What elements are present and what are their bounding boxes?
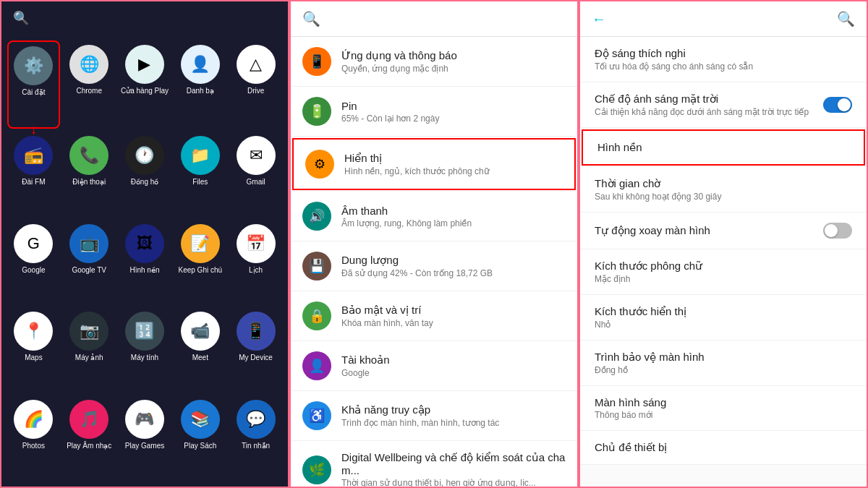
app-item-dien-thoai[interactable]: 📞Điện thoại (63, 132, 116, 217)
settings-subtitle-pin: 65% - Còn lại hơn 2 ngày (341, 114, 566, 124)
display-item-do-sang[interactable]: Độ sáng thích nghiTối ưu hóa độ sáng cho… (580, 37, 867, 82)
app-item-tin-nhan[interactable]: 💬Tin nhắn (229, 395, 282, 481)
app-item-hinh-nen[interactable]: 🖼Hình nền (119, 220, 171, 305)
app-item-dai-fm[interactable]: 📻Đài FM (7, 132, 60, 217)
app-item-play-games[interactable]: 🎮Play Games (119, 395, 171, 481)
app-item-lich[interactable]: 📅Lịch (229, 220, 282, 305)
app-label-dai-fm: Đài FM (22, 178, 45, 187)
settings-item-hien-thi[interactable]: ⚙Hiển thịHình nền, ngủ, kích thước phông… (292, 138, 576, 190)
app-label-drive: Drive (247, 87, 264, 95)
display-item-man-hinh-sang[interactable]: Màn hình sángThông báo mới (580, 386, 867, 431)
toggle-tu-dong-xoay[interactable] (823, 223, 852, 239)
app-label-danh-ba: Danh bạ (187, 87, 214, 95)
app-label-chplay: Cửa hàng Play (121, 87, 169, 95)
app-label-tin-nhan: Tin nhắn (242, 442, 270, 450)
app-item-google-tv[interactable]: 📺Google TV (63, 220, 116, 305)
app-item-gmail[interactable]: ✉Gmail (229, 132, 282, 217)
settings-title-dung-luong: Dung lượng (341, 254, 566, 267)
app-item-maps[interactable]: 📍Maps (7, 307, 60, 393)
settings-list: 📱Ứng dụng và thông báoQuyền, ứng dụng mặ… (291, 37, 577, 487)
app-icon-dong-ho: 🕐 (125, 136, 164, 175)
app-icon-keep: 📝 (181, 224, 220, 263)
settings-item-digital[interactable]: 🌿Digital Wellbeing và chế độ kiểm soát c… (291, 441, 577, 487)
display-title-che-do-sang: Chế độ ánh sáng mặt trời (595, 93, 823, 106)
app-label-photos: Photos (22, 442, 45, 450)
display-subtitle-man-hinh-sang: Thông báo mới (595, 410, 852, 420)
app-item-chplay[interactable]: ▶Cửa hàng Play (119, 40, 171, 129)
display-subtitle-che-do-sang: Cải thiện khả năng đọc dưới ánh sáng mặt… (595, 107, 823, 117)
app-label-gmail: Gmail (247, 178, 265, 187)
settings-item-dung-luong[interactable]: 💾Dung lượngĐã sử dụng 42% - Còn trống 18… (291, 241, 577, 291)
app-item-google[interactable]: GGoogle (7, 220, 60, 305)
app-item-caidat[interactable]: ⚙️Cài đặt↓ (7, 40, 60, 129)
app-icon-play-sach: 📚 (181, 400, 220, 439)
app-label-maps: Maps (25, 354, 42, 362)
display-item-kich-thuoc-font[interactable]: Kích thước phông chữMặc định (580, 249, 867, 295)
display-search-icon[interactable]: 🔍 (837, 10, 855, 27)
app-item-danh-ba[interactable]: 👤Danh bạ (174, 40, 226, 129)
settings-item-tai-khoan[interactable]: 👤Tài khoảnGoogle (291, 341, 577, 391)
settings-title-bao-mat: Bảo mật và vị trí (341, 304, 566, 317)
app-item-my-device[interactable]: 📱My Device (229, 307, 282, 393)
app-item-drive[interactable]: △Drive (229, 40, 282, 129)
display-text-kich-thuoc-hien-thi: Kích thước hiển thịNhỏ (595, 305, 852, 330)
app-item-may-anh[interactable]: 📷Máy ảnh (63, 307, 116, 393)
app-item-play-sach[interactable]: 📚Play Sách (174, 395, 226, 481)
settings-text-ung-dung: Ứng dụng và thông báoQuyền, ứng dụng mặc… (341, 49, 566, 74)
display-item-hinh-nen[interactable]: Hình nền← (582, 129, 865, 166)
app-label-meet: Meet (192, 354, 208, 362)
display-text-thoi-gian-cho: Thời gian chờSau khi không hoạt động 30 … (595, 177, 852, 202)
app-item-chrome[interactable]: 🌐Chrome (63, 40, 116, 129)
display-subtitle-trinh-bao-ve: Đồng hồ (595, 365, 852, 375)
settings-panel: 🔍 📱Ứng dụng và thông báoQuyền, ứng dụng … (289, 0, 579, 488)
display-panel: ← 🔍 Độ sáng thích nghiTối ưu hóa độ sáng… (579, 0, 868, 488)
app-icon-tin-nhan: 💬 (237, 400, 276, 439)
settings-item-kha-nang[interactable]: ♿Khả năng truy cậpTrình đọc màn hình, mà… (291, 391, 577, 441)
display-title-kich-thuoc-hien-thi: Kích thước hiển thị (595, 305, 852, 318)
app-item-meet[interactable]: 📹Meet (174, 307, 226, 393)
toggle-che-do-sang[interactable] (823, 97, 852, 113)
display-text-kich-thuoc-font: Kích thước phông chữMặc định (595, 260, 852, 284)
display-title-thoi-gian-cho: Thời gian chờ (595, 177, 852, 190)
app-label-play-sach: Play Sách (184, 442, 216, 450)
app-icon-hinh-nen: 🖼 (125, 224, 164, 263)
display-text-chu-de: Chủ đề thiết bị (595, 441, 852, 454)
display-item-chu-de[interactable]: Chủ đề thiết bị (580, 431, 867, 465)
app-icon-play-games: 🎮 (125, 400, 164, 439)
app-search-bar[interactable]: 🔍 (1, 1, 288, 35)
display-item-che-do-sang[interactable]: Chế độ ánh sáng mặt trờiCải thiện khả nă… (580, 82, 867, 128)
app-label-may-tinh: Máy tính (131, 354, 158, 362)
settings-item-am-thanh[interactable]: 🔊Âm thanhÂm lượng, rung, Không làm phiền (291, 192, 577, 241)
settings-item-pin[interactable]: 🔋Pin65% - Còn lại hơn 2 ngày (291, 87, 577, 137)
settings-item-bao-mat[interactable]: 🔒Bảo mật và vị tríKhóa màn hình, vân tay (291, 291, 577, 341)
display-item-trinh-bao-ve[interactable]: Trình bảo vệ màn hìnhĐồng hồ (580, 341, 867, 386)
display-text-trinh-bao-ve: Trình bảo vệ màn hìnhĐồng hồ (595, 351, 852, 375)
settings-subtitle-kha-nang: Trình đọc màn hình, màn hình, tương tác (341, 418, 566, 428)
back-button[interactable]: ← (592, 11, 606, 27)
app-label-hinh-nen: Hình nền (129, 266, 159, 275)
settings-item-ung-dung[interactable]: 📱Ứng dụng và thông báoQuyền, ứng dụng mặ… (291, 37, 577, 87)
display-item-kich-thuoc-hien-thi[interactable]: Kích thước hiển thịNhỏ (580, 295, 867, 341)
app-icon-lich: 📅 (237, 224, 276, 263)
display-title-chu-de: Chủ đề thiết bị (595, 441, 852, 454)
settings-subtitle-dung-luong: Đã sử dụng 42% - Còn trống 18,72 GB (341, 268, 566, 278)
settings-subtitle-tai-khoan: Google (341, 368, 566, 378)
app-label-chrome: Chrome (76, 87, 102, 95)
app-item-play-amnhac[interactable]: 🎵Play Âm nhạc (63, 395, 116, 481)
app-item-dong-ho[interactable]: 🕐Đồng hồ (119, 132, 171, 217)
display-item-tu-dong-xoay[interactable]: Tự động xoay màn hình (580, 213, 867, 249)
display-text-tu-dong-xoay: Tự động xoay màn hình (595, 224, 823, 237)
settings-title-ung-dung: Ứng dụng và thông báo (341, 49, 566, 62)
app-icon-drive: △ (237, 45, 276, 84)
app-item-photos[interactable]: 🌈Photos (7, 395, 60, 481)
settings-subtitle-ung-dung: Quyền, ứng dụng mặc định (341, 64, 566, 74)
app-label-may-anh: Máy ảnh (75, 354, 103, 362)
app-item-files[interactable]: 📁Files (174, 132, 226, 217)
display-title-hinh-nen: Hình nền (597, 141, 849, 154)
display-item-thoi-gian-cho[interactable]: Thời gian chờSau khi không hoạt động 30 … (580, 167, 867, 213)
app-item-may-tinh[interactable]: 🔢Máy tính (119, 307, 171, 393)
settings-icon-kha-nang: ♿ (302, 401, 331, 430)
app-icon-google-tv: 📺 (69, 224, 109, 263)
app-item-keep[interactable]: 📝Keep Ghi chú (174, 220, 226, 305)
settings-search-bar[interactable]: 🔍 (291, 1, 577, 37)
